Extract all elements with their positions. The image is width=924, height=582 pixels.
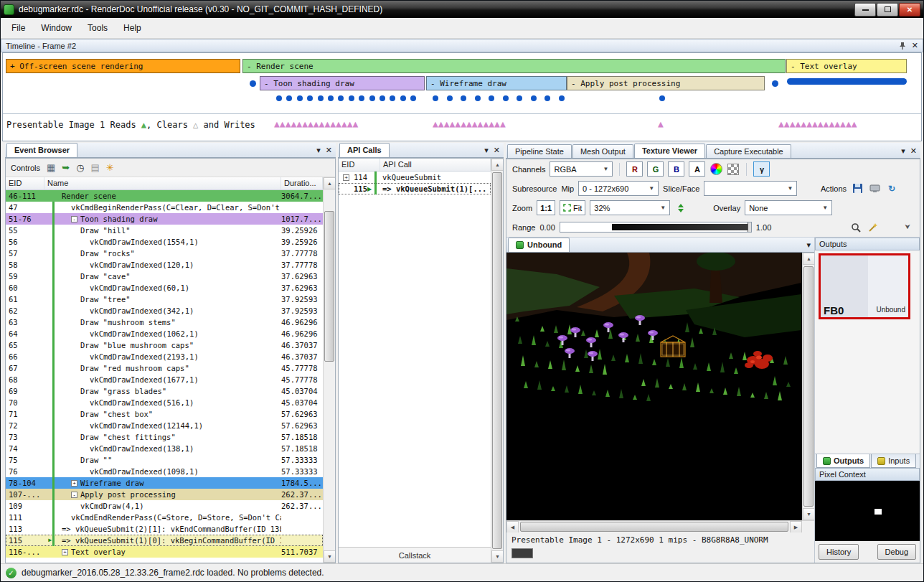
panel-close-icon[interactable]: ✕	[326, 146, 332, 154]
event-row[interactable]: 70vkCmdDrawIndexed(516,1)45.03704	[6, 397, 323, 408]
channels-select[interactable]: RGBA▼	[550, 161, 613, 177]
panel-menu-icon[interactable]: ▾	[316, 146, 321, 154]
event-row[interactable]: 75Draw ""57.33333	[6, 454, 323, 466]
toolbar-bookmark-icon[interactable]: ✳	[106, 163, 114, 172]
callstack-section[interactable]: Callstack	[339, 547, 491, 563]
event-row[interactable]: 71Draw "chest box"57.62963	[6, 408, 323, 420]
scroll-up-icon[interactable]: ▲	[491, 159, 503, 171]
toolbar-jump-icon[interactable]: ➥	[62, 163, 70, 172]
close-button[interactable]: ✕	[899, 3, 920, 17]
event-row[interactable]: 58vkCmdDrawIndexed(120,1)37.77778	[6, 259, 323, 271]
panel-close-icon[interactable]: ✕	[910, 147, 917, 155]
event-dot[interactable]	[659, 95, 665, 101]
zoom-1to1-button[interactable]: 1:1	[537, 200, 555, 215]
timeline-section-bar[interactable]: + Off-screen scene rendering	[6, 59, 240, 73]
autofit-wand-icon[interactable]	[867, 221, 880, 234]
event-row[interactable]: 76vkCmdDrawIndexed(1098,1)57.33333	[6, 466, 323, 477]
event-row[interactable]: 60vkCmdDrawIndexed(60,1)37.62963	[6, 282, 323, 294]
event-row[interactable]: 69Draw "grass blades"45.03704	[6, 385, 323, 397]
event-row[interactable]: 109vkCmdDraw(4,1)262.37...	[6, 500, 323, 512]
event-row[interactable]: 72vkCmdDrawIndexed(12144,1)57.62963	[6, 420, 323, 431]
event-dot[interactable]	[276, 95, 282, 101]
event-dot[interactable]	[338, 95, 344, 101]
toolbar-overflow-icon[interactable]: ⮟	[901, 221, 914, 234]
event-dot[interactable]	[489, 95, 494, 101]
scroll-down-icon[interactable]: ▼	[324, 550, 335, 563]
event-dot[interactable]	[433, 95, 438, 101]
event-row[interactable]: 62vkCmdDrawIndexed(342,1)37.92593	[6, 305, 323, 316]
texture-tabs-menu-icon[interactable]: ▾	[806, 241, 811, 249]
menu-help[interactable]: Help	[116, 19, 149, 37]
timeline-header[interactable]: Timeline - Frame #2 ✕	[1, 39, 923, 52]
event-dot[interactable]	[307, 95, 313, 101]
maximize-button[interactable]	[877, 3, 898, 17]
expand-icon[interactable]: +	[343, 174, 349, 181]
event-dot[interactable]	[475, 95, 481, 101]
range-handle[interactable]	[748, 222, 751, 232]
refresh-icon[interactable]: ↻	[885, 182, 898, 195]
api-calls-column-header[interactable]: EID API Call	[339, 159, 491, 172]
tab-texture-viewer[interactable]: Texture Viewer	[634, 144, 705, 158]
event-dot[interactable]	[286, 95, 292, 101]
collapse-icon[interactable]: -	[71, 492, 77, 498]
event-row[interactable]: 61Draw "tree"37.92593	[6, 294, 323, 305]
event-row[interactable]: 56vkCmdDrawIndexed(1554,1)39.25926	[6, 236, 323, 248]
toolbar-time-icon[interactable]: ◷	[76, 163, 84, 172]
scroll-left-icon[interactable]: ◀	[506, 521, 519, 533]
timeline-subsection-bar[interactable]: - Apply post processing	[567, 76, 765, 90]
scroll-right-icon[interactable]: ▶	[790, 521, 802, 533]
menu-tools[interactable]: Tools	[80, 19, 116, 37]
expand-icon[interactable]: +	[62, 549, 68, 555]
api-call-row[interactable]: +114vkQueueSubmit	[339, 172, 491, 183]
scroll-down-icon[interactable]: ▼	[491, 550, 503, 563]
event-row[interactable]: 63Draw "mushroom stems"46.96296	[6, 316, 323, 328]
toolbar-stats-icon[interactable]: ▤	[91, 163, 100, 172]
tab-event-browser[interactable]: Event Browser	[6, 143, 77, 157]
panel-close-icon[interactable]: ✕	[494, 146, 500, 154]
event-dot[interactable]	[559, 95, 565, 101]
timeline-body[interactable]: - Apply post processing- Wireframe draw-…	[2, 52, 922, 141]
event-dot[interactable]	[517, 95, 522, 101]
flip-y-icon[interactable]	[674, 202, 687, 215]
menu-window[interactable]: Window	[33, 19, 80, 37]
texture-vertical-scrollbar[interactable]: ▲ ▼	[802, 253, 814, 520]
event-dot[interactable]	[250, 80, 256, 87]
event-dot[interactable]	[531, 95, 537, 101]
tab-mesh-output[interactable]: Mesh Output	[572, 144, 633, 158]
pixel-context-view[interactable]	[815, 481, 920, 541]
timeline-subsection-bar[interactable]: - Toon shading draw	[260, 76, 425, 90]
event-dot[interactable]	[461, 95, 466, 101]
event-row[interactable]: 67Draw "red mushroom caps"45.77778	[6, 362, 323, 374]
event-dot[interactable]	[400, 95, 406, 101]
zoom-level-select[interactable]: 32%▼	[590, 200, 670, 215]
api-calls-scrollbar[interactable]: ▲ ▼	[491, 159, 503, 563]
event-row[interactable]: 68vkCmdDrawIndexed(1677,1)45.77778	[6, 374, 323, 385]
panel-menu-icon[interactable]: ▾	[901, 147, 905, 155]
event-browser-scrollbar[interactable]: ▲ ▼	[323, 177, 335, 563]
scroll-thumb[interactable]	[492, 172, 502, 549]
zoom-range-icon[interactable]	[849, 221, 862, 234]
event-dot[interactable]	[410, 95, 416, 101]
event-dot[interactable]	[328, 95, 334, 101]
event-row[interactable]: 57Draw "rocks"37.77778	[6, 248, 323, 259]
event-browser-column-header[interactable]: EID Name Duratio...	[6, 177, 323, 190]
event-row[interactable]: 65Draw "blue mushroom caps"46.37037	[6, 339, 323, 351]
timeline-subsection-bar[interactable]: - Wireframe draw	[426, 76, 567, 90]
menu-file[interactable]: File	[4, 19, 33, 37]
event-row[interactable]: 64vkCmdDrawIndexed(1062,1)46.96296	[6, 328, 323, 339]
scroll-thumb[interactable]	[803, 266, 814, 507]
tab-capture-executable[interactable]: Capture Executable	[706, 144, 791, 158]
tab-outputs[interactable]: Outputs	[816, 454, 870, 468]
event-dot[interactable]	[359, 95, 364, 101]
scroll-up-icon[interactable]: ▲	[803, 253, 814, 265]
event-row[interactable]: 111vkCmdEndRenderPass(C=Store, D=Store, …	[6, 512, 323, 523]
toolbar-grid-icon[interactable]: ▦	[47, 163, 55, 172]
event-row[interactable]: 107-...-Apply post processing262.37...	[6, 489, 323, 500]
event-row[interactable]: 66vkCmdDrawIndexed(2193,1)46.37037	[6, 351, 323, 362]
fb0-thumbnail[interactable]: FB0 Unbound	[819, 253, 910, 319]
channel-blue-button[interactable]: B	[668, 161, 684, 177]
event-row[interactable]: 115▶=> vkQueueSubmit(1)[0]: vkBeginComma…	[6, 535, 323, 546]
overlay-select[interactable]: None▼	[745, 200, 832, 215]
history-button[interactable]: History	[819, 544, 859, 560]
timeline-section-bar[interactable]: - Text overlay	[786, 59, 907, 73]
